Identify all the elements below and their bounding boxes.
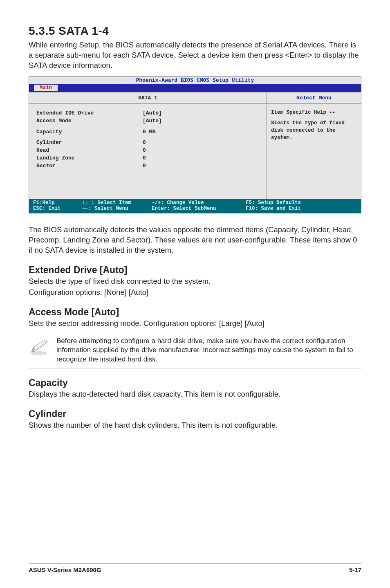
post-bios-paragraph: The BIOS automatically detects the value… (29, 225, 361, 256)
field-value-extended-ide: [Auto] (143, 110, 259, 117)
bios-body: SATA 1 Extended IDE Drive [Auto] Access … (29, 92, 361, 199)
page-footer: ASUS V-Series M2A690G 5-17 (29, 563, 361, 573)
cylinder-p: Shows the number of the hard disk cylind… (29, 420, 361, 431)
field-value-access-mode: [Auto] (143, 117, 259, 125)
field-value-head: 0 (143, 147, 259, 155)
note-block: Before attempting to configure a hard di… (29, 333, 361, 368)
field-label-head: Head (36, 147, 143, 155)
field-label-access-mode: Access Mode (36, 117, 143, 125)
bios-right-header: Select Menu (267, 92, 361, 104)
bios-help-title: Item Specific Help ▸▸ (271, 109, 357, 116)
pencil-icon (29, 337, 49, 356)
bios-footer: F1:Help ESC: Exit ↑↓ : Select Item →←: S… (29, 199, 361, 213)
footer-change-value: -/+: Change Value (152, 200, 246, 206)
bios-left-panel: SATA 1 Extended IDE Drive [Auto] Access … (29, 92, 267, 199)
footer-f5: F5: Setup Defaults (246, 200, 357, 206)
heading-cylinder: Cylinder (29, 408, 361, 420)
bios-fields: Extended IDE Drive [Auto] Access Mode [A… (29, 104, 267, 199)
heading-capacity: Capacity (29, 377, 361, 388)
footer-f1: F1:Help (33, 200, 82, 206)
bios-tab-main: Main (34, 85, 58, 91)
field-label-capacity: Capacity (36, 128, 143, 136)
footer-page-number: 5-17 (349, 566, 361, 573)
footer-esc: ESC: Exit (33, 206, 82, 211)
footer-select-menu: →←: Select Menu (82, 206, 152, 211)
field-label-sector: Sector (36, 162, 143, 170)
note-text: Before attempting to configure a hard di… (56, 337, 361, 364)
field-value-cylinder: 0 (143, 139, 259, 147)
heading-extended-drive: Extended Drive [Auto] (29, 265, 361, 276)
bios-left-header: SATA 1 (29, 92, 267, 104)
field-value-landing-zone: 0 (143, 155, 259, 162)
field-label-landing-zone: Landing Zone (36, 155, 143, 162)
access-mode-p: Sets the sector addressing mode. Configu… (29, 319, 361, 329)
field-label-extended-ide: Extended IDE Drive (36, 110, 143, 117)
page: 5.3.5 SATA 1-4 While entering Setup, the… (0, 0, 390, 588)
bios-screenshot: Phoenix-Award BIOS CMOS Setup Utility Ma… (29, 76, 361, 213)
bios-title: Phoenix-Award BIOS CMOS Setup Utility (29, 77, 361, 84)
field-value-capacity: 0 MB (143, 128, 259, 136)
section-heading: 5.3.5 SATA 1-4 (29, 25, 361, 38)
footer-product: ASUS V-Series M2A690G (29, 566, 101, 573)
field-label-cylinder: Cylinder (36, 139, 143, 147)
bios-right-panel: Select Menu Item Specific Help ▸▸ Slects… (267, 92, 361, 199)
capacity-p: Displays the auto-detected hard disk cap… (29, 389, 361, 399)
footer-f10: F10: Save and Exit (246, 206, 357, 211)
extended-drive-p2: Configuration options: [None] [Auto] (29, 287, 361, 298)
footer-enter-submenu: Enter: Select SubMenu (152, 206, 246, 211)
intro-paragraph: While entering Setup, the BIOS automatic… (29, 40, 361, 71)
bios-tabbar: Main (29, 84, 361, 92)
footer-select-item: ↑↓ : Select Item (82, 200, 152, 206)
field-value-sector: 0 (143, 162, 259, 170)
heading-access-mode: Access Mode [Auto] (29, 307, 361, 318)
bios-help-body: Slects the type of fixed disk connected … (271, 119, 357, 141)
extended-drive-p1: Selects the type of fixed disk connected… (29, 276, 361, 287)
bios-help: Item Specific Help ▸▸ Slects the type of… (267, 104, 361, 147)
